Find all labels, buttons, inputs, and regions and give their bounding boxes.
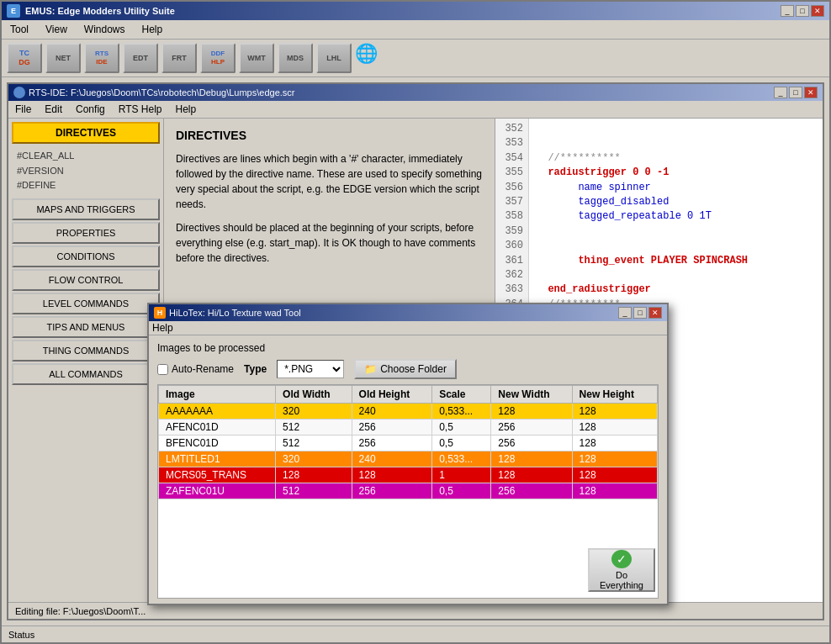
- ide-menu-help[interactable]: Help: [172, 103, 200, 116]
- cell-image: LMTITLED1: [159, 451, 276, 467]
- cell-new-width: 128: [491, 451, 572, 467]
- cell-scale: 0,5: [432, 483, 491, 499]
- toolbar-btn-globe[interactable]: 🌐: [355, 43, 385, 73]
- col-header-old-width: Old Width: [276, 386, 352, 404]
- toolbar-btn-lhl[interactable]: LHL: [316, 43, 352, 73]
- toolbar-btn-tcdg[interactable]: TC DG: [7, 43, 42, 73]
- col-header-scale: Scale: [432, 386, 491, 404]
- sidebar: DIRECTIVES #CLEAR_ALL #VERSION #DEFINE M…: [8, 119, 164, 602]
- cell-scale: 0,5: [432, 420, 491, 435]
- directive-item-2: #VERSION: [17, 164, 155, 179]
- hilotex-options-row: Auto-Rename Type *.PNG *.BMP *.TGA *.JPG…: [157, 359, 659, 379]
- window-controls: _ □ ✕: [781, 5, 824, 17]
- sidebar-btn-level-commands[interactable]: LEVEL COMMANDS: [12, 293, 160, 314]
- cell-scale: 0,533...: [432, 404, 491, 420]
- cell-old-width: 320: [276, 404, 352, 420]
- cell-new-height: 128: [572, 483, 657, 499]
- col-header-new-height: New Height: [572, 386, 657, 404]
- close-button[interactable]: ✕: [811, 5, 824, 17]
- app-title: EMUS: Edge Modders Utility Suite: [25, 6, 175, 16]
- choose-folder-button[interactable]: 📁 Choose Folder: [354, 359, 457, 379]
- sidebar-btn-all-commands[interactable]: ALL COMMANDS: [12, 363, 160, 385]
- cell-new-width: 256: [491, 435, 572, 451]
- toolbar-btn-edt[interactable]: EDT: [123, 43, 158, 73]
- cell-old-height: 240: [352, 404, 432, 420]
- ide-menu-config[interactable]: Config: [72, 103, 109, 116]
- folder-icon: 📁: [364, 363, 377, 375]
- outer-window: E EMUS: Edge Modders Utility Suite _ □ ✕…: [0, 0, 831, 644]
- menu-help[interactable]: Help: [137, 22, 168, 37]
- col-header-old-height: Old Height: [352, 386, 432, 404]
- toolbar-btn-ddfhelp[interactable]: DDF HLP: [200, 43, 236, 73]
- cell-old-width: 128: [276, 467, 352, 483]
- ide-title-left: RTS-IDE: F:\Juegos\Doom\TCs\robotech\Deb…: [13, 87, 295, 98]
- cell-scale: 0,533...: [432, 451, 491, 467]
- do-everything-label: DoEverything: [600, 570, 643, 590]
- auto-rename-label: Auto-Rename: [172, 363, 234, 375]
- cell-old-width: 512: [276, 435, 352, 451]
- type-select[interactable]: *.PNG *.BMP *.TGA *.JPG: [277, 360, 344, 378]
- col-header-image: Image: [159, 386, 276, 404]
- toolbar-btn-net[interactable]: NET: [45, 43, 81, 73]
- ide-win-controls: _ □ ✕: [774, 87, 818, 98]
- ide-close-button[interactable]: ✕: [804, 87, 818, 98]
- auto-rename-wrap: Auto-Rename: [157, 363, 234, 375]
- menu-windows[interactable]: Windows: [79, 22, 130, 37]
- cell-image: MCRS05_TRANS: [159, 467, 276, 483]
- do-everything-button[interactable]: ✓ DoEverything: [588, 548, 655, 592]
- hilotex-titlebar: H HiLoTex: Hi/Lo Texture wad Tool _ □ ✕: [149, 304, 667, 321]
- sidebar-btn-maps-triggers[interactable]: MAPS AND TRIGGERS: [12, 198, 160, 220]
- ide-menu-rtshelp[interactable]: RTS Help: [115, 103, 166, 116]
- auto-rename-checkbox[interactable]: [157, 364, 168, 375]
- sidebar-btn-tips-menus[interactable]: TIPS AND MENUS: [12, 316, 160, 338]
- sidebar-directives-list: #CLEAR_ALL #VERSION #DEFINE: [12, 145, 160, 197]
- table-row[interactable]: BFENC01D 512 256 0,5 256 128: [159, 435, 658, 451]
- hilotex-section-label: Images to be processed: [157, 342, 659, 354]
- toolbar-btn-rtsided[interactable]: RTS IDE: [84, 43, 119, 73]
- doc-title: DIRECTIVES: [176, 127, 483, 145]
- sidebar-btn-flow-control[interactable]: FLOW CONTROL: [12, 269, 160, 291]
- table-row[interactable]: AFENC01D 512 256 0,5 256 128: [159, 420, 658, 435]
- table-row[interactable]: MCRS05_TRANS 128 128 1 128 128: [159, 467, 658, 483]
- table-row[interactable]: LMTITLED1 320 240 0,533... 128 128: [159, 451, 658, 467]
- hilotex-body: Images to be processed Auto-Rename Type …: [149, 337, 667, 604]
- cell-old-height: 256: [352, 420, 432, 435]
- maximize-button[interactable]: □: [796, 5, 809, 17]
- menu-view[interactable]: View: [40, 22, 72, 37]
- choose-folder-label: Choose Folder: [380, 363, 447, 375]
- hilotex-maximize-button[interactable]: □: [633, 307, 647, 319]
- hilotex-minimize-button[interactable]: _: [618, 307, 632, 319]
- ide-window: RTS-IDE: F:\Juegos\Doom\TCs\robotech\Deb…: [7, 82, 824, 620]
- sidebar-active-section[interactable]: DIRECTIVES: [12, 122, 160, 144]
- ide-minimize-button[interactable]: _: [774, 87, 787, 98]
- ide-maximize-button[interactable]: □: [789, 87, 802, 98]
- sidebar-btn-thing-commands[interactable]: THING COMMANDS: [12, 340, 160, 362]
- hilotex-menu-help[interactable]: Help: [152, 322, 173, 334]
- hilotex-window: H HiLoTex: Hi/Lo Texture wad Tool _ □ ✕ …: [147, 303, 669, 605]
- toolbar-btn-frt[interactable]: FRT: [161, 43, 197, 73]
- doc-paragraph-1: Directives are lines which begin with a …: [176, 151, 483, 212]
- cell-old-height: 256: [352, 483, 432, 499]
- ide-titlebar: RTS-IDE: F:\Juegos\Doom\TCs\robotech\Deb…: [8, 84, 823, 101]
- hilotex-close-button[interactable]: ✕: [648, 307, 662, 319]
- cell-image: AFENC01D: [159, 420, 276, 435]
- image-table: Image Old Width Old Height Scale New Wid…: [158, 385, 658, 499]
- do-everything-icon: ✓: [611, 550, 632, 568]
- table-row[interactable]: AAAAAAA 320 240 0,533... 128 128: [159, 404, 658, 420]
- ide-menu-file[interactable]: File: [12, 103, 34, 116]
- toolbar-btn-wmt[interactable]: WMT: [239, 43, 274, 73]
- hilotex-title-left: H HiLoTex: Hi/Lo Texture wad Tool: [154, 307, 301, 319]
- sidebar-btn-properties[interactable]: PROPERTIES: [12, 222, 160, 244]
- table-row[interactable]: ZAFENC01U 512 256 0,5 256 128: [159, 483, 658, 499]
- sidebar-btn-conditions[interactable]: CONDITIONS: [12, 245, 160, 267]
- code-content: //********** radiustrigger 0 0 -1 name s…: [529, 119, 823, 315]
- cell-scale: 0,5: [432, 435, 491, 451]
- menu-tool[interactable]: Tool: [5, 22, 34, 37]
- ide-menu-edit[interactable]: Edit: [41, 103, 66, 116]
- minimize-button[interactable]: _: [781, 5, 794, 17]
- toolbar-btn-mds[interactable]: MDS: [278, 43, 313, 73]
- cell-scale: 1: [432, 467, 491, 483]
- directive-item-1: #CLEAR_ALL: [17, 149, 155, 164]
- cell-old-width: 512: [276, 483, 352, 499]
- ide-icon: [13, 87, 25, 98]
